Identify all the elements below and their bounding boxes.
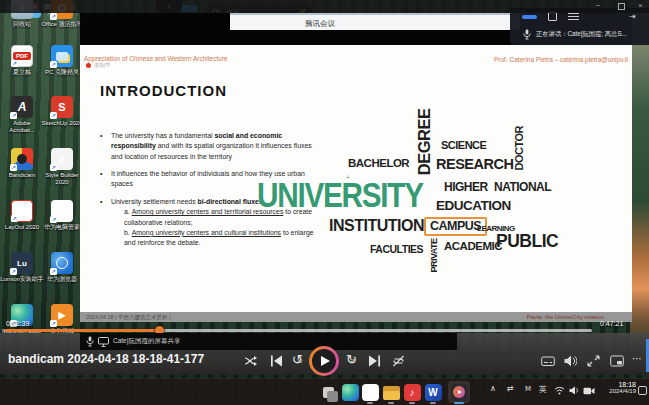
slide-title: INTRODUCTION [100, 82, 227, 99]
desktop-icon-lumion[interactable]: Lu↗ Lumion安装助手 [0, 252, 44, 283]
running-indicator [388, 402, 394, 404]
desktop-icon-sketchup[interactable]: S↗ SketchUp 2020 [40, 96, 84, 127]
maximize-button[interactable] [618, 3, 625, 10]
netease-music-icon: ♪ [404, 384, 421, 401]
desktop-icon-acrobat[interactable]: A↗ Adobe Acrobat... [0, 96, 44, 134]
close-button[interactable]: × [638, 1, 643, 10]
forward-30-number: 30 [350, 359, 355, 364]
screen: ♻ 回收站 O↗ Office 激活指导 PDF↗ 夏立栋 ↗ PC 克隆精灵 … [0, 0, 649, 405]
repeat-off-icon[interactable] [392, 355, 405, 367]
shuffle-icon[interactable] [244, 355, 257, 367]
running-indicator-active [454, 402, 464, 404]
play-button[interactable] [309, 346, 339, 376]
running-indicator [409, 402, 415, 404]
subtitles-icon[interactable] [541, 355, 555, 367]
picture-in-picture-icon[interactable] [610, 355, 624, 367]
meeting-window-title: 腾讯会议 [305, 19, 335, 29]
volume-icon[interactable] [564, 355, 577, 367]
running-indicator [430, 402, 436, 404]
slide-course-title: Appreciation of Chinese and Western Arch… [84, 55, 228, 62]
notification-center-icon[interactable] [638, 386, 647, 395]
icon-label: Adobe Acrobat... [0, 120, 44, 134]
icon-label: PC 克隆精灵 [40, 69, 84, 76]
huawei-video-icon: ▶↗ [51, 304, 73, 326]
folder-icon [383, 386, 400, 399]
next-track-icon[interactable] [368, 355, 381, 367]
mouse-cursor: + [346, 174, 350, 181]
recording-dot-icon [86, 63, 91, 68]
shortcut-arrow-icon: ↗ [50, 216, 57, 223]
shortcut-arrow-icon: ↗ [11, 215, 18, 222]
desktop-icon-style-builder[interactable]: S↗ Style Builder 2020 [40, 148, 84, 186]
taskbar-task-view[interactable] [317, 381, 339, 403]
desktop-icon-layout[interactable]: L↗ LayOut 2020 [0, 200, 44, 231]
taskbar-word[interactable]: W [422, 381, 444, 403]
icon-label: SketchUp 2020 [40, 120, 84, 127]
desktop-icon-pc-manager[interactable]: M↗ 华为电脑管家 [40, 200, 84, 231]
tray-show-hidden-icon[interactable]: ∧ [490, 384, 496, 393]
wifi-icon[interactable] [554, 386, 565, 395]
slide-professor-line: Prof. Caterina Pietra – caterina.pietra@… [400, 56, 628, 63]
wordcloud-education: EDUCATION [436, 199, 511, 213]
date-label: 2024/4/19 [598, 388, 636, 394]
edge-icon [342, 384, 359, 401]
wordcloud-public: PUBLIC [496, 233, 558, 251]
speaking-now-label: 正在讲话：Cate|阮国霞; 高总S... [536, 30, 627, 39]
taskbar-pc-manager[interactable]: M [359, 381, 381, 403]
panel-exit-icon: ⇥ [629, 12, 636, 21]
style-builder-icon: S↗ [51, 148, 73, 170]
ime-indicator[interactable]: 英 [539, 384, 547, 395]
wordcloud-bachelor: BACHELOR [348, 158, 409, 170]
minimize-button[interactable]: − [596, 1, 601, 10]
desktop-icon-pc-clone[interactable]: ↗ PC 克隆精灵 [40, 45, 84, 76]
taskbar-netease-music[interactable]: ♪ [401, 381, 423, 403]
screen-share-label: Cate|阮国霞的屏幕共享 [113, 337, 180, 346]
play-icon [321, 356, 330, 366]
tray-pc-manager-icon[interactable]: M [525, 385, 531, 393]
previous-track-icon[interactable] [270, 355, 283, 367]
lumion-icon: Lu↗ [11, 252, 33, 274]
shortcut-arrow-icon: ↗ [50, 112, 57, 119]
sketchup-icon: S↗ [51, 96, 73, 118]
icon-label: 夏立栋 [0, 69, 44, 76]
wordcloud-private: PRIVATE [430, 237, 439, 275]
time-label: 18:18 [598, 381, 636, 388]
icon-label: Bandicam [0, 172, 44, 179]
shortcut-arrow-icon: ↗ [50, 320, 57, 327]
taskbar-edge[interactable] [339, 381, 361, 403]
icon-label: 回收站 [0, 21, 44, 28]
recording-label: 录制中 [94, 62, 111, 69]
pdf-file-icon: PDF↗ [11, 45, 33, 67]
wordcloud-national: NATIONAL [494, 181, 551, 193]
camera-icon[interactable] [583, 387, 595, 395]
taskbar-file-explorer[interactable] [380, 381, 402, 403]
fullscreen-icon[interactable] [587, 355, 600, 367]
desktop-icon-bandicam[interactable]: ↗ Bandicam [0, 148, 44, 179]
taskbar-clock[interactable]: 18:18 2024/4/19 [598, 381, 636, 394]
speaker-icon[interactable] [569, 386, 580, 395]
more-options-icon[interactable]: ⋯ [632, 353, 642, 364]
taskbar-media-player-active[interactable] [448, 381, 470, 403]
desktop-icon-huawei-browser[interactable]: ↗ 华为浏览器 [40, 252, 84, 283]
shortcut-arrow-icon: ↗ [50, 268, 57, 275]
tray-multiscreen-icon[interactable]: ⇄ [507, 384, 514, 393]
acrobat-icon: A↗ [11, 96, 33, 118]
wordcloud-institution: INSTITUTION [329, 218, 424, 234]
wordcloud-faculties: FACULTIES [370, 244, 423, 255]
icon-label: 华为电脑管家 [40, 224, 84, 231]
wordcloud-doctor: DOCTOR [514, 133, 525, 171]
desktop-icon-pdf[interactable]: PDF↗ 夏立栋 [0, 45, 44, 76]
icon-label: 华为浏览器 [40, 276, 84, 283]
meeting-titlebar: 腾讯会议 [230, 13, 520, 30]
shortcut-arrow-icon: ↗ [11, 60, 18, 67]
shortcut-arrow-icon: ↗ [10, 164, 17, 171]
screen-share-banner: Cate|阮国霞的屏幕共享 [80, 333, 457, 350]
huawei-pc-manager-icon: M↗ [51, 200, 73, 222]
player-titlebar [0, 0, 649, 13]
word-icon: W [425, 384, 442, 401]
shortcut-arrow-icon: ↗ [50, 164, 57, 171]
huawei-pc-manager-icon: M [362, 384, 379, 401]
word-cloud: UNIVERSITY DEGREE BACHELOR SCIENCE RESEA… [255, 105, 600, 295]
running-indicator [367, 402, 373, 404]
bandicam-icon: ↗ [11, 148, 33, 170]
